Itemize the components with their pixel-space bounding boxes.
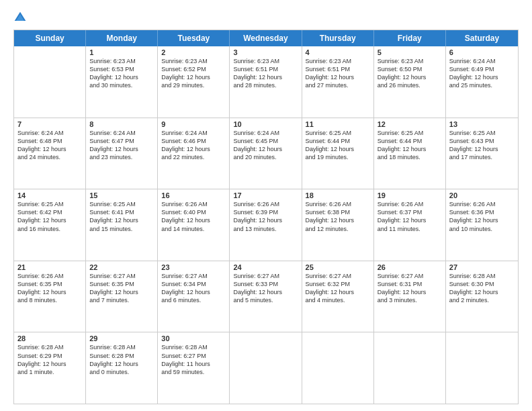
day-cell-22: 22Sunrise: 6:27 AM Sunset: 6:35 PM Dayli… [86, 261, 158, 332]
day-number: 8 [89, 120, 154, 128]
header-day-tuesday: Tuesday [158, 30, 230, 46]
day-info: Sunrise: 6:26 AM Sunset: 6:39 PM Dayligh… [233, 200, 298, 233]
day-cell-28: 28Sunrise: 6:28 AM Sunset: 6:29 PM Dayli… [14, 332, 86, 404]
day-cell-27: 27Sunrise: 6:28 AM Sunset: 6:30 PM Dayli… [446, 261, 518, 332]
day-cell-4: 4Sunrise: 6:23 AM Sunset: 6:51 PM Daylig… [302, 46, 374, 118]
day-number: 2 [161, 48, 226, 56]
day-cell-23: 23Sunrise: 6:27 AM Sunset: 6:34 PM Dayli… [158, 261, 230, 332]
empty-cell [446, 332, 518, 404]
day-cell-12: 12Sunrise: 6:25 AM Sunset: 6:44 PM Dayli… [374, 118, 446, 189]
day-number: 5 [378, 48, 442, 56]
day-cell-1: 1Sunrise: 6:23 AM Sunset: 6:53 PM Daylig… [86, 46, 158, 118]
day-info: Sunrise: 6:24 AM Sunset: 6:47 PM Dayligh… [89, 129, 154, 162]
day-cell-29: 29Sunrise: 6:28 AM Sunset: 6:28 PM Dayli… [86, 332, 158, 404]
day-number: 14 [17, 191, 82, 199]
calendar-week-1: 1Sunrise: 6:23 AM Sunset: 6:53 PM Daylig… [14, 46, 518, 118]
header-day-wednesday: Wednesday [230, 30, 302, 46]
day-number: 27 [449, 263, 515, 271]
header-day-friday: Friday [374, 30, 446, 46]
day-number: 1 [89, 48, 154, 56]
day-info: Sunrise: 6:25 AM Sunset: 6:42 PM Dayligh… [17, 200, 82, 233]
day-number: 3 [233, 48, 298, 56]
day-cell-10: 10Sunrise: 6:24 AM Sunset: 6:45 PM Dayli… [230, 118, 302, 189]
day-cell-11: 11Sunrise: 6:25 AM Sunset: 6:44 PM Dayli… [302, 118, 374, 189]
day-info: Sunrise: 6:27 AM Sunset: 6:35 PM Dayligh… [89, 272, 154, 305]
day-info: Sunrise: 6:24 AM Sunset: 6:46 PM Dayligh… [161, 129, 226, 162]
day-info: Sunrise: 6:24 AM Sunset: 6:48 PM Dayligh… [17, 129, 82, 162]
header-day-saturday: Saturday [446, 30, 518, 46]
day-number: 6 [449, 48, 515, 56]
day-cell-14: 14Sunrise: 6:25 AM Sunset: 6:42 PM Dayli… [14, 189, 86, 261]
calendar-header: SundayMondayTuesdayWednesdayThursdayFrid… [14, 30, 518, 46]
day-info: Sunrise: 6:26 AM Sunset: 6:36 PM Dayligh… [449, 200, 515, 233]
day-info: Sunrise: 6:23 AM Sunset: 6:51 PM Dayligh… [306, 57, 370, 90]
day-number: 26 [378, 263, 442, 271]
day-info: Sunrise: 6:25 AM Sunset: 6:43 PM Dayligh… [449, 129, 515, 162]
day-info: Sunrise: 6:27 AM Sunset: 6:33 PM Dayligh… [233, 272, 298, 305]
day-number: 22 [89, 263, 154, 271]
day-cell-8: 8Sunrise: 6:24 AM Sunset: 6:47 PM Daylig… [86, 118, 158, 189]
empty-cell [230, 332, 302, 404]
day-cell-24: 24Sunrise: 6:27 AM Sunset: 6:33 PM Dayli… [230, 261, 302, 332]
day-info: Sunrise: 6:26 AM Sunset: 6:38 PM Dayligh… [306, 200, 370, 233]
day-cell-2: 2Sunrise: 6:23 AM Sunset: 6:52 PM Daylig… [158, 46, 230, 118]
header-day-monday: Monday [86, 30, 158, 46]
day-number: 16 [161, 191, 226, 199]
calendar-week-4: 21Sunrise: 6:26 AM Sunset: 6:35 PM Dayli… [14, 261, 518, 333]
day-info: Sunrise: 6:28 AM Sunset: 6:28 PM Dayligh… [89, 343, 154, 376]
day-cell-30: 30Sunrise: 6:28 AM Sunset: 6:27 PM Dayli… [158, 332, 230, 404]
day-info: Sunrise: 6:25 AM Sunset: 6:41 PM Dayligh… [89, 200, 154, 233]
day-number: 24 [233, 263, 298, 271]
day-info: Sunrise: 6:26 AM Sunset: 6:35 PM Dayligh… [17, 272, 82, 305]
day-number: 15 [89, 191, 154, 199]
logo [13, 11, 30, 24]
day-cell-15: 15Sunrise: 6:25 AM Sunset: 6:41 PM Dayli… [86, 189, 158, 261]
day-cell-9: 9Sunrise: 6:24 AM Sunset: 6:46 PM Daylig… [158, 118, 230, 189]
day-info: Sunrise: 6:23 AM Sunset: 6:51 PM Dayligh… [233, 57, 298, 90]
empty-cell [14, 46, 86, 118]
day-info: Sunrise: 6:24 AM Sunset: 6:45 PM Dayligh… [233, 129, 298, 162]
day-number: 19 [378, 191, 442, 199]
day-info: Sunrise: 6:28 AM Sunset: 6:27 PM Dayligh… [161, 343, 226, 376]
day-info: Sunrise: 6:25 AM Sunset: 6:44 PM Dayligh… [306, 129, 370, 162]
day-cell-7: 7Sunrise: 6:24 AM Sunset: 6:48 PM Daylig… [14, 118, 86, 189]
day-info: Sunrise: 6:28 AM Sunset: 6:29 PM Dayligh… [17, 343, 82, 376]
day-cell-18: 18Sunrise: 6:26 AM Sunset: 6:38 PM Dayli… [302, 189, 374, 261]
calendar-week-5: 28Sunrise: 6:28 AM Sunset: 6:29 PM Dayli… [14, 332, 518, 404]
empty-cell [374, 332, 446, 404]
day-number: 7 [17, 120, 82, 128]
day-info: Sunrise: 6:26 AM Sunset: 6:37 PM Dayligh… [378, 200, 442, 233]
day-number: 4 [306, 48, 370, 56]
day-info: Sunrise: 6:27 AM Sunset: 6:34 PM Dayligh… [161, 272, 226, 305]
day-info: Sunrise: 6:25 AM Sunset: 6:44 PM Dayligh… [378, 129, 442, 162]
day-info: Sunrise: 6:23 AM Sunset: 6:50 PM Dayligh… [378, 57, 442, 90]
header-day-sunday: Sunday [14, 30, 86, 46]
day-info: Sunrise: 6:24 AM Sunset: 6:49 PM Dayligh… [449, 57, 515, 90]
day-info: Sunrise: 6:26 AM Sunset: 6:40 PM Dayligh… [161, 200, 226, 233]
day-number: 11 [306, 120, 370, 128]
day-info: Sunrise: 6:28 AM Sunset: 6:30 PM Dayligh… [449, 272, 515, 305]
day-number: 21 [17, 263, 82, 271]
day-cell-17: 17Sunrise: 6:26 AM Sunset: 6:39 PM Dayli… [230, 189, 302, 261]
day-number: 23 [161, 263, 226, 271]
day-cell-6: 6Sunrise: 6:24 AM Sunset: 6:49 PM Daylig… [446, 46, 518, 118]
calendar-week-2: 7Sunrise: 6:24 AM Sunset: 6:48 PM Daylig… [14, 118, 518, 190]
day-number: 29 [89, 334, 154, 342]
calendar-week-3: 14Sunrise: 6:25 AM Sunset: 6:42 PM Dayli… [14, 189, 518, 261]
day-info: Sunrise: 6:23 AM Sunset: 6:53 PM Dayligh… [89, 57, 154, 90]
day-number: 20 [449, 191, 515, 199]
day-cell-25: 25Sunrise: 6:27 AM Sunset: 6:32 PM Dayli… [302, 261, 374, 332]
day-cell-5: 5Sunrise: 6:23 AM Sunset: 6:50 PM Daylig… [374, 46, 446, 118]
day-number: 13 [449, 120, 515, 128]
day-number: 25 [306, 263, 370, 271]
day-number: 12 [378, 120, 442, 128]
day-number: 17 [233, 191, 298, 199]
day-cell-19: 19Sunrise: 6:26 AM Sunset: 6:37 PM Dayli… [374, 189, 446, 261]
day-number: 30 [161, 334, 226, 342]
page-header [13, 11, 519, 24]
day-cell-13: 13Sunrise: 6:25 AM Sunset: 6:43 PM Dayli… [446, 118, 518, 189]
day-cell-21: 21Sunrise: 6:26 AM Sunset: 6:35 PM Dayli… [14, 261, 86, 332]
day-number: 28 [17, 334, 82, 342]
day-info: Sunrise: 6:27 AM Sunset: 6:31 PM Dayligh… [378, 272, 442, 305]
header-day-thursday: Thursday [302, 30, 374, 46]
